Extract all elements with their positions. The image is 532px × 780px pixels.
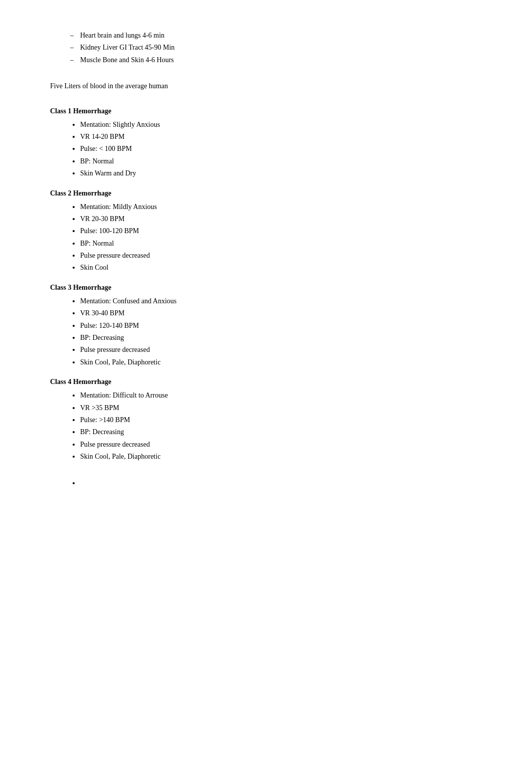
list-item: VR >35 BPM [80, 403, 492, 414]
list-item: Pulse pressure decreased [80, 344, 492, 355]
class3-list: Mentation: Confused and Anxious VR 30-40… [80, 296, 492, 368]
list-item: BP: Decreasing [80, 332, 492, 343]
class4-heading: Class 4 Hemorrhage [50, 378, 492, 386]
list-item: Pulse: >140 BPM [80, 415, 492, 426]
list-item: BP: Decreasing [80, 427, 492, 438]
class1-section: Class 1 Hemorrhage Mentation: Slightly A… [50, 107, 492, 179]
class4-list: Mentation: Difficult to Arrouse VR >35 B… [80, 390, 492, 462]
class2-section: Class 2 Hemorrhage Mentation: Mildly Anx… [50, 189, 492, 274]
list-item: BP: Normal [80, 156, 492, 167]
intro-dash-list: Heart brain and lungs 4-6 min Kidney Liv… [70, 30, 492, 66]
list-item: BP: Normal [80, 238, 492, 249]
list-item: VR 14-20 BPM [80, 131, 492, 142]
class3-heading: Class 3 Hemorrhage [50, 284, 492, 292]
list-item: Mentation: Slightly Anxious [80, 119, 492, 130]
list-item: Mentation: Mildly Anxious [80, 202, 492, 213]
class2-list: Mentation: Mildly Anxious VR 20-30 BPM P… [80, 202, 492, 274]
list-item: VR 30-40 BPM [80, 308, 492, 319]
list-item: Pulse: < 100 BPM [80, 143, 492, 154]
list-item: Skin Warm and Dry [80, 168, 492, 179]
intro-paragraph: Five Liters of blood in the average huma… [50, 81, 492, 92]
list-item: Pulse: 100-120 BPM [80, 226, 492, 237]
class2-heading: Class 2 Hemorrhage [50, 189, 492, 198]
class4-section: Class 4 Hemorrhage Mentation: Difficult … [50, 378, 492, 462]
dash-item-1: Heart brain and lungs 4-6 min [70, 30, 492, 41]
list-item: VR 20-30 BPM [80, 214, 492, 225]
empty-bullet-list [80, 478, 492, 489]
class3-section: Class 3 Hemorrhage Mentation: Confused a… [50, 284, 492, 368]
empty-list-item [80, 478, 492, 489]
list-item: Pulse: 120-140 BPM [80, 320, 492, 331]
list-item: Mentation: Difficult to Arrouse [80, 390, 492, 401]
dash-item-2: Kidney Liver GI Tract 45-90 Min [70, 42, 492, 53]
list-item: Skin Cool [80, 262, 492, 273]
list-item: Skin Cool, Pale, Diaphoretic [80, 451, 492, 462]
class1-list: Mentation: Slightly Anxious VR 14-20 BPM… [80, 119, 492, 179]
list-item: Skin Cool, Pale, Diaphoretic [80, 357, 492, 368]
dash-item-3: Muscle Bone and Skin 4-6 Hours [70, 55, 492, 66]
list-item: Pulse pressure decreased [80, 439, 492, 450]
list-item: Pulse pressure decreased [80, 250, 492, 261]
class1-heading: Class 1 Hemorrhage [50, 107, 492, 115]
list-item: Mentation: Confused and Anxious [80, 296, 492, 307]
